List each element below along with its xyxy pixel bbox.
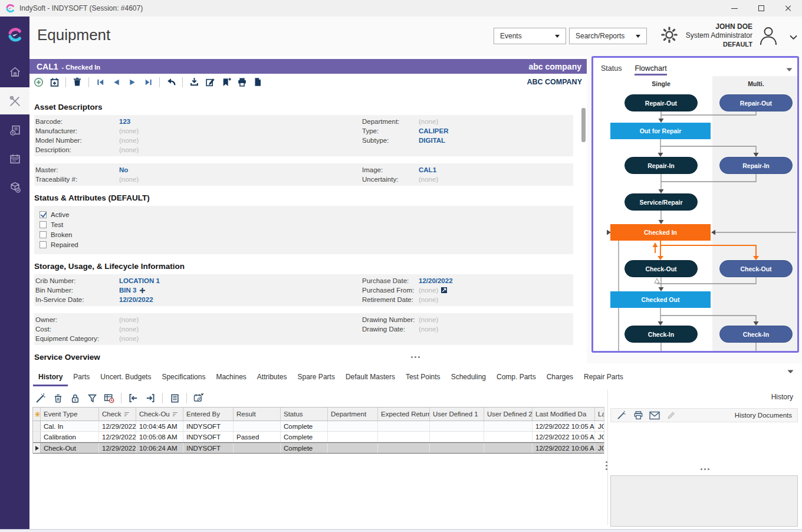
table-row[interactable]: Check-Out12/29/202210:06:24 AMINDYSOFTCo… — [33, 442, 604, 454]
tab-default-masters[interactable]: Default Masters — [340, 370, 400, 386]
maximize-button[interactable] — [748, 0, 775, 17]
tab-attributes[interactable]: Attributes — [252, 370, 292, 386]
email-icon[interactable] — [649, 410, 660, 421]
event-schedule-dropdown-icon[interactable] — [193, 393, 204, 403]
column-header-user-defined-1[interactable]: User Defined 1 — [430, 408, 484, 421]
column-header-user-defined-2[interactable]: User Defined 2 — [484, 408, 533, 421]
vertical-splitter-handle[interactable] — [606, 461, 607, 463]
bookmark-add-button[interactable] — [221, 77, 231, 87]
tab-test-points[interactable]: Test Points — [400, 370, 446, 386]
flow-node-repair-out-single[interactable]: Repair-Out — [624, 94, 698, 111]
column-header-expected-return[interactable]: Expected Return — [378, 408, 430, 421]
field-value[interactable]: CALIPER — [419, 127, 573, 134]
document-button[interactable] — [252, 77, 263, 87]
flow-node-check-out-single[interactable]: Check-Out — [624, 260, 698, 277]
user-info[interactable]: JOHN DOE System Administrator DEFAULT — [652, 22, 752, 49]
flow-node-check-out-multi[interactable]: Check-Out — [719, 260, 793, 277]
events-dropdown[interactable]: Events — [494, 28, 566, 44]
checkbox-test[interactable] — [40, 221, 47, 228]
sidebar-item-equipment[interactable] — [0, 87, 29, 114]
tab-status[interactable]: Status — [601, 64, 622, 75]
panel-chevron-down-icon[interactable] — [786, 64, 793, 74]
field-value[interactable]: BIN 3 — [119, 287, 362, 294]
table-row[interactable]: Cal. In12/29/202210:04:45 AMINDYSOFTComp… — [33, 421, 604, 432]
column-header-event-type[interactable]: Event Type — [41, 408, 99, 421]
tab-comp-parts[interactable]: Comp. Parts — [491, 370, 541, 386]
next-record-button[interactable] — [127, 77, 137, 87]
vertical-scrollbar[interactable] — [581, 108, 586, 142]
flow-node-check-in-single[interactable]: Check-In — [624, 326, 698, 343]
sidebar-item-home[interactable] — [0, 58, 29, 85]
schedule-event-button[interactable] — [49, 77, 60, 87]
edit-button[interactable] — [205, 77, 215, 87]
print-button[interactable] — [236, 77, 247, 87]
tab-charges[interactable]: Charges — [541, 370, 579, 386]
checkbox-repaired[interactable] — [40, 241, 47, 248]
tab-uncert-budgets[interactable]: Uncert. Budgets — [95, 370, 156, 386]
delete-row-icon[interactable] — [52, 393, 63, 403]
user-menu-chevron-icon[interactable] — [790, 32, 797, 42]
column-header-check-ou[interactable]: Check-Ou — [136, 408, 183, 421]
horizontal-splitter-handle[interactable] — [701, 468, 702, 470]
tab-scheduling[interactable]: Scheduling — [446, 370, 491, 386]
table-row[interactable]: Calibration12/29/202210:05:08 AMINDYSOFT… — [33, 432, 604, 442]
print-icon[interactable] — [633, 410, 643, 421]
column-header-check[interactable]: Check — [99, 408, 136, 421]
last-record-button[interactable] — [143, 77, 153, 87]
lock-icon[interactable] — [70, 393, 80, 403]
tab-flowchart[interactable]: Flowchart — [635, 64, 666, 75]
check-in-record-icon[interactable] — [128, 393, 139, 403]
field-value[interactable]: 12/20/2022 — [119, 296, 362, 303]
flow-node-check-in-multi[interactable]: Check-In — [719, 326, 793, 343]
checkbox-broken[interactable] — [40, 231, 47, 238]
sidebar-item-scheduler[interactable] — [0, 145, 29, 172]
flow-node-repair-in-multi[interactable]: Repair-In — [719, 157, 793, 174]
column-header-entered-by[interactable]: Entered By — [183, 408, 234, 421]
close-button[interactable] — [775, 0, 802, 17]
add-record-button[interactable] — [33, 77, 44, 87]
flow-node-out-for-repair-status[interactable]: Out for Repair — [610, 123, 711, 139]
checkbox-active[interactable] — [40, 211, 47, 218]
tab-machines[interactable]: Machines — [211, 370, 251, 386]
sidebar-item-parts-inventory[interactable] — [0, 173, 29, 201]
column-header-last-modified-da[interactable]: Last Modified Da — [533, 408, 595, 421]
field-value[interactable]: No — [119, 166, 362, 173]
field-value[interactable]: LOCATION 1 — [119, 277, 362, 284]
magic-wand-icon[interactable] — [35, 393, 46, 403]
plus-icon[interactable] — [139, 287, 146, 294]
tab-specifications[interactable]: Specifications — [156, 370, 211, 386]
undo-button[interactable] — [166, 77, 176, 87]
user-avatar-icon[interactable] — [756, 24, 781, 51]
collapse-chevron-down-icon[interactable] — [787, 366, 794, 376]
field-value[interactable]: 12/20/2022 — [419, 277, 573, 284]
flow-node-checked-out-status[interactable]: Checked Out — [610, 291, 711, 308]
tab-history[interactable]: History — [33, 370, 68, 386]
flow-node-repair-in-single[interactable]: Repair-In — [624, 157, 698, 174]
filter-icon[interactable] — [87, 393, 97, 403]
flow-node-checked-in-current[interactable]: Checked In — [610, 224, 711, 241]
column-header-status[interactable]: Status — [281, 408, 328, 421]
check-out-record-icon[interactable] — [145, 393, 156, 403]
sidebar-item-service-costs[interactable] — [0, 117, 29, 144]
save-button[interactable] — [189, 77, 199, 87]
details-list-icon[interactable] — [169, 393, 180, 403]
column-header-department[interactable]: Department — [328, 408, 378, 421]
field-value[interactable]: 123 — [119, 118, 362, 125]
first-record-button[interactable] — [95, 77, 106, 87]
search-reports-dropdown[interactable]: Search/Reports — [569, 28, 647, 44]
column-header-result[interactable]: Result — [234, 408, 281, 421]
field-value[interactable]: CAL1 — [419, 166, 573, 173]
tab-spare-parts[interactable]: Spare Parts — [292, 370, 340, 386]
field-value[interactable]: DIGITAL — [419, 137, 573, 144]
previous-record-button[interactable] — [111, 77, 121, 87]
column-header-last[interactable]: Last — [595, 408, 604, 421]
minimize-button[interactable] — [721, 0, 748, 17]
magic-wand-icon[interactable] — [616, 410, 627, 421]
tab-parts[interactable]: Parts — [68, 370, 95, 386]
navigate-icon[interactable] — [441, 287, 447, 293]
flow-node-service-repair-single[interactable]: Service/Repair — [624, 193, 698, 211]
flow-node-repair-out-multi[interactable]: Repair-Out — [719, 94, 793, 111]
tab-repair-parts[interactable]: Repair Parts — [579, 370, 629, 386]
delete-record-button[interactable] — [72, 77, 83, 87]
grid-schedule-icon[interactable] — [104, 393, 114, 403]
